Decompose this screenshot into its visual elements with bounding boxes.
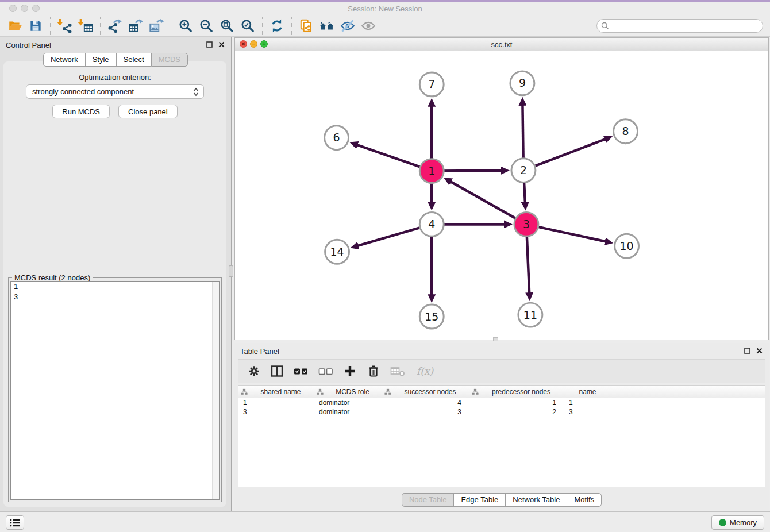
close-table-panel-icon[interactable] (756, 347, 763, 354)
column-header-name[interactable]: name (564, 386, 611, 398)
graph-node-2[interactable]: 2 (511, 159, 536, 183)
graph-node-15[interactable]: 15 (419, 304, 444, 329)
table-toolbar: f(x) (238, 359, 765, 383)
svg-text:11: 11 (523, 309, 537, 321)
save-session-icon[interactable] (25, 16, 46, 36)
toolbar-search (596, 19, 763, 33)
show-panels-button[interactable] (6, 515, 24, 530)
control-panel-title: Control Panel (6, 41, 51, 49)
mcds-result-line: 1 (11, 282, 219, 292)
graph-node-9[interactable]: 9 (510, 71, 534, 95)
svg-text:3: 3 (523, 218, 530, 230)
table-cell[interactable]: 1 (469, 398, 564, 407)
node-table[interactable]: shared nameMCDS rolesuccessor nodesprede… (238, 385, 765, 487)
graph-node-10[interactable]: 10 (615, 234, 639, 258)
network-canvas[interactable]: 7968124314101511 (235, 51, 768, 340)
memory-status-icon (719, 519, 726, 526)
clone-network-icon[interactable] (296, 16, 317, 36)
float-table-panel-icon[interactable] (744, 347, 751, 354)
column-header-predecessor-nodes[interactable]: predecessor nodes (469, 386, 564, 398)
graph-edge-3-1[interactable] (451, 182, 525, 223)
memory-button[interactable]: Memory (711, 515, 764, 530)
criterion-dropdown[interactable]: strongly connected component (26, 84, 204, 99)
graph-node-6[interactable]: 6 (325, 126, 349, 150)
tab-network[interactable]: Network (43, 53, 85, 67)
graph-node-11[interactable]: 11 (518, 303, 542, 327)
zoom-selected-icon[interactable] (237, 16, 258, 36)
graph-node-14[interactable]: 14 (325, 240, 349, 264)
show-all-icon[interactable] (358, 16, 379, 36)
mcds-result-group: MCDS result (2 nodes) 13 (8, 277, 222, 502)
table-options-icon[interactable] (248, 365, 260, 377)
open-session-icon[interactable] (5, 16, 25, 36)
tab-motifs[interactable]: Motifs (567, 493, 602, 507)
zoom-out-icon[interactable] (196, 16, 217, 36)
column-header-MCDS-role[interactable]: MCDS role (314, 386, 382, 398)
svg-text:7: 7 (428, 78, 435, 90)
svg-text:1: 1 (428, 164, 435, 177)
network-window-titlebar[interactable]: ✕ − + scc.txt (235, 38, 768, 51)
table-row[interactable]: 3dominator323 (238, 407, 765, 417)
table-cell[interactable]: 3 (564, 407, 611, 417)
export-network-icon[interactable] (105, 16, 125, 36)
table-cell[interactable]: 1 (238, 398, 314, 407)
status-bar: Memory (0, 511, 770, 532)
tab-node-table[interactable]: Node Table (402, 493, 454, 507)
close-panel-icon[interactable] (218, 41, 225, 48)
tab-style[interactable]: Style (85, 53, 116, 67)
hide-selected-icon[interactable] (337, 16, 358, 36)
import-network-icon[interactable] (55, 16, 75, 36)
panel-splitter-handle[interactable] (229, 265, 233, 277)
view-splitter-handle[interactable] (493, 337, 498, 341)
apply-layout-icon[interactable] (267, 16, 287, 36)
select-all-rows-icon[interactable] (294, 365, 309, 377)
delete-table-icon[interactable] (390, 365, 406, 377)
delete-columns-icon[interactable] (367, 364, 380, 378)
search-icon (601, 22, 609, 30)
tab-network-table[interactable]: Network Table (505, 493, 567, 507)
graph-node-1[interactable]: 1 (419, 159, 444, 183)
export-image-icon[interactable] (146, 16, 167, 36)
graph-node-4[interactable]: 4 (419, 212, 444, 236)
table-cell[interactable]: 3 (382, 407, 469, 417)
column-header-successor-nodes[interactable]: successor nodes (382, 386, 469, 398)
list-icon (10, 518, 20, 527)
table-cell[interactable]: 3 (238, 407, 314, 417)
tab-select[interactable]: Select (116, 53, 151, 67)
graph-node-7[interactable]: 7 (419, 72, 444, 97)
main-toolbar (0, 15, 770, 37)
table-cell[interactable]: 1 (564, 398, 611, 407)
result-scrollbar[interactable] (212, 282, 219, 499)
optimization-criterion-label: Optimization criterion: (3, 73, 226, 82)
close-panel-button[interactable]: Close panel (118, 105, 178, 118)
svg-text:15: 15 (425, 310, 438, 323)
table-cell[interactable]: dominator (314, 407, 382, 417)
show-column-panel-icon[interactable] (270, 364, 284, 378)
table-row[interactable]: 1dominator411 (238, 398, 765, 407)
import-table-icon[interactable] (75, 16, 96, 36)
table-cell[interactable]: 2 (469, 407, 564, 417)
first-neighbors-icon[interactable] (317, 16, 337, 36)
tab-mcds[interactable]: MCDS (151, 53, 188, 67)
export-table-icon[interactable] (125, 16, 146, 36)
search-input[interactable] (596, 19, 763, 33)
graph-edge-2-8[interactable] (525, 139, 605, 170)
function-builder-icon[interactable]: f(x) (416, 364, 437, 378)
mcds-result-area[interactable]: 13 (10, 281, 220, 500)
svg-text:6: 6 (333, 131, 340, 144)
svg-text:10: 10 (620, 240, 634, 252)
deselect-all-rows-icon[interactable] (318, 365, 333, 377)
zoom-fit-icon[interactable] (217, 16, 237, 36)
graph-node-8[interactable]: 8 (614, 119, 638, 144)
run-mcds-button[interactable]: Run MCDS (52, 105, 110, 118)
add-column-icon[interactable] (343, 364, 357, 378)
graph-edge-3-10[interactable] (528, 225, 606, 241)
network-graph[interactable]: 7968124314101511 (235, 51, 768, 340)
float-panel-icon[interactable] (206, 41, 213, 48)
tab-edge-table[interactable]: Edge Table (453, 493, 505, 507)
zoom-in-icon[interactable] (175, 16, 196, 36)
table-cell[interactable]: dominator (314, 398, 382, 407)
graph-node-3[interactable]: 3 (514, 212, 538, 236)
table-cell[interactable]: 4 (382, 398, 469, 407)
column-header-shared-name[interactable]: shared name (238, 386, 314, 398)
